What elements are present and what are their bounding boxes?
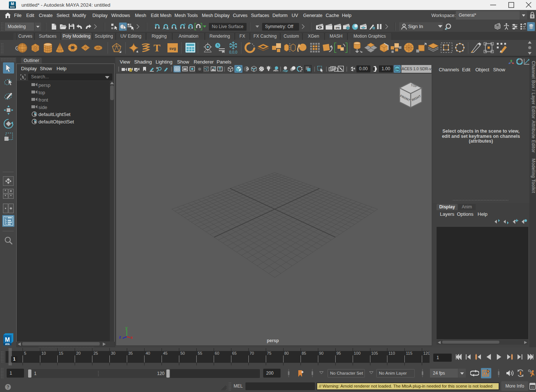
svg-text:x: x [130, 335, 133, 340]
svg-text:ON: ON [395, 68, 399, 71]
svg-text:x: x [445, 27, 447, 30]
svg-text:IPR: IPR [336, 27, 340, 29]
svg-text:?: ? [7, 385, 9, 390]
svg-text:svg: svg [169, 46, 176, 51]
svg-text:0,0,0: 0,0,0 [229, 50, 238, 54]
svg-text:y: y [125, 326, 128, 330]
svg-text:{;}: {;} [531, 386, 534, 389]
svg-text:T: T [153, 43, 160, 52]
svg-text:z: z [119, 335, 121, 339]
svg-text:M: M [11, 2, 14, 6]
svg-text:MAYA: MAYA [10, 6, 15, 8]
svg-text:M: M [5, 337, 10, 343]
svg-text:AYA: AYA [5, 343, 10, 345]
